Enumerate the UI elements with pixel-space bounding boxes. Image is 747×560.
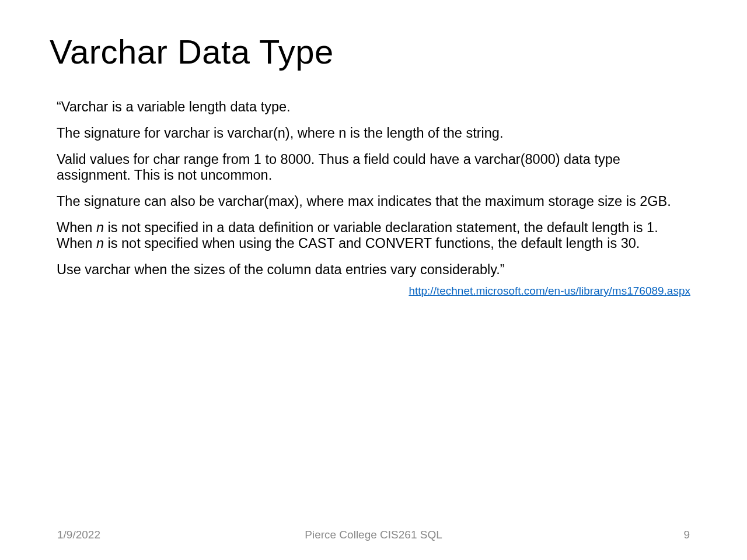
footer-page-number: 9 — [479, 528, 690, 541]
slide-title: Varchar Data Type — [50, 32, 697, 71]
slide-container: Varchar Data Type “Varchar is a variable… — [0, 0, 747, 560]
reference-link[interactable]: http://technet.microsoft.com/en-us/libra… — [409, 285, 690, 297]
paragraph-1: “Varchar is a variable length data type. — [57, 99, 690, 115]
paragraph-3: Valid values for char range from 1 to 80… — [57, 152, 690, 183]
text-segment: When — [57, 220, 96, 235]
footer-center: Pierce College CIS261 SQL — [268, 528, 479, 541]
italic-n-1: n — [96, 220, 104, 235]
text-segment: is not specified when using the CAST and… — [104, 236, 640, 251]
paragraph-6: Use varchar when the sizes of the column… — [57, 262, 690, 278]
italic-n-2: n — [96, 236, 104, 251]
slide-footer: 1/9/2022 Pierce College CIS261 SQL 9 — [0, 528, 747, 541]
paragraph-5: When n is not specified in a data defini… — [57, 220, 690, 251]
slide-content: “Varchar is a variable length data type.… — [50, 99, 697, 298]
paragraph-2: The signature for varchar is varchar(n),… — [57, 125, 690, 141]
paragraph-4: The signature can also be varchar(max), … — [57, 194, 690, 209]
link-container: http://technet.microsoft.com/en-us/libra… — [57, 285, 690, 298]
footer-date: 1/9/2022 — [57, 528, 268, 541]
